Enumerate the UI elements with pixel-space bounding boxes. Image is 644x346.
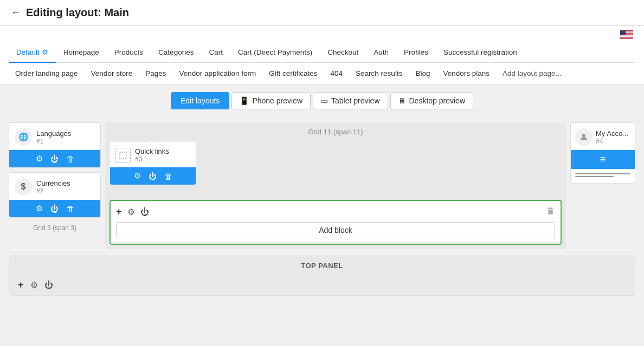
languages-block: 🌐 Languages #1 ⚙ ⏻ 🗑 xyxy=(9,122,101,168)
tab-order-landing[interactable]: Order landing page xyxy=(9,65,85,82)
add-block-delete-icon[interactable]: 🗑 xyxy=(546,206,555,216)
svg-rect-4 xyxy=(620,35,633,36)
currencies-actions: ⚙ ⏻ 🗑 xyxy=(9,200,100,217)
top-panel-toolbar: + ⚙ ⏻ xyxy=(9,275,635,295)
quick-links-actions: ⚙ ⏻ 🗑 xyxy=(110,167,196,185)
language-flag[interactable] xyxy=(620,30,633,41)
quick-links-settings-icon[interactable]: ⚙ xyxy=(134,171,141,181)
tab-profiles[interactable]: Profiles xyxy=(396,43,436,63)
svg-rect-5 xyxy=(620,36,633,37)
add-block-toolbar: + ⚙ ⏻ 🗑 xyxy=(116,206,555,218)
tab-cart-direct[interactable]: Cart (Direct Payments) xyxy=(230,43,320,63)
languages-trash-icon[interactable]: 🗑 xyxy=(66,154,74,164)
svg-rect-6 xyxy=(620,38,633,38)
tabs-row-2: Order landing page Vendor store Pages Ve… xyxy=(9,63,635,84)
settings-icon: ⚙ xyxy=(42,48,48,56)
add-block-area: + ⚙ ⏻ 🗑 Add block xyxy=(110,200,562,245)
my-account-lines-icon[interactable]: ≡ xyxy=(600,154,606,165)
us-flag-icon xyxy=(620,30,633,39)
tabs-row-1: Default ⚙ Homepage Products Categories C… xyxy=(9,43,635,63)
my-account-line-1 xyxy=(575,173,630,174)
languages-icon: 🌐 xyxy=(15,128,32,146)
my-account-header: My Acco... #4 xyxy=(571,123,635,150)
main-content: 🌐 Languages #1 ⚙ ⏻ 🗑 $ Currencie xyxy=(0,117,644,323)
top-panel-label: TOP PANEL xyxy=(9,256,635,275)
currencies-power-icon[interactable]: ⏻ xyxy=(50,204,59,213)
right-column: My Acco... #4 ≡ xyxy=(570,122,635,184)
top-panel-power-icon[interactable]: ⏻ xyxy=(44,280,53,290)
quick-links-block: Quick links #3 ⚙ ⏻ 🗑 xyxy=(110,141,196,185)
grid11-label: Grid 11 (span 11) xyxy=(105,122,566,141)
tablet-icon: ▭ xyxy=(321,96,328,105)
add-block-power-icon[interactable]: ⏻ xyxy=(140,207,149,217)
person-icon xyxy=(579,133,588,141)
currencies-block-header: $ Currencies #2 xyxy=(9,173,100,200)
quick-links-subtitle: #3 xyxy=(135,155,169,163)
desktop-icon: 🖥 xyxy=(398,96,406,105)
phone-preview-button[interactable]: 📱 Phone preview xyxy=(231,92,311,109)
quick-links-dashed-icon xyxy=(115,148,131,163)
tab-404[interactable]: 404 xyxy=(324,65,350,82)
languages-block-header: 🌐 Languages #1 xyxy=(9,123,100,150)
tab-products[interactable]: Products xyxy=(107,43,151,63)
tab-default[interactable]: Default ⚙ xyxy=(9,43,56,63)
currencies-settings-icon[interactable]: ⚙ xyxy=(36,204,43,213)
my-account-lines xyxy=(571,169,635,183)
phone-icon: 📱 xyxy=(240,96,249,105)
quick-links-trash-icon[interactable]: 🗑 xyxy=(164,172,172,181)
languages-power-icon[interactable]: ⏻ xyxy=(50,154,59,164)
languages-settings-icon[interactable]: ⚙ xyxy=(36,154,43,164)
currencies-title: Currencies xyxy=(36,179,70,187)
my-account-block: My Acco... #4 ≡ xyxy=(570,122,635,184)
languages-actions: ⚙ ⏻ 🗑 xyxy=(9,150,100,167)
grid11-inner: Quick links #3 ⚙ ⏻ 🗑 + xyxy=(105,141,566,245)
view-toolbar: Edit layouts 📱 Phone preview ▭ Tablet pr… xyxy=(0,84,644,117)
tab-homepage[interactable]: Homepage xyxy=(56,43,107,63)
top-panel-settings-icon[interactable]: ⚙ xyxy=(30,280,38,290)
tab-vendor-form[interactable]: Vendor application form xyxy=(172,65,262,82)
tab-search-results[interactable]: Search results xyxy=(349,65,409,82)
desktop-preview-button[interactable]: 🖥 Desktop preview xyxy=(390,92,474,109)
add-block-settings-icon[interactable]: ⚙ xyxy=(127,207,135,217)
add-block-button[interactable]: Add block xyxy=(116,222,555,238)
tablet-preview-button[interactable]: ▭ Tablet preview xyxy=(313,92,388,109)
tab-successful-reg[interactable]: Successful registration xyxy=(436,43,525,63)
flag-area xyxy=(0,26,644,43)
languages-subtitle: #1 xyxy=(36,138,71,145)
tab-checkout[interactable]: Checkout xyxy=(320,43,366,63)
page-title: Editing layout: Main xyxy=(26,6,129,19)
top-bar: ← Editing layout: Main xyxy=(0,0,644,26)
add-layout-page-button[interactable]: Add layout page... xyxy=(496,65,568,82)
quick-links-header: Quick links #3 xyxy=(110,142,196,167)
tab-gift-certs[interactable]: Gift certificates xyxy=(262,65,324,82)
currencies-subtitle: #2 xyxy=(36,187,70,195)
my-account-line-2 xyxy=(575,176,614,177)
currencies-trash-icon[interactable]: 🗑 xyxy=(66,204,74,213)
quick-links-title: Quick links xyxy=(135,147,169,155)
languages-title: Languages xyxy=(36,129,71,138)
tabs-container: Default ⚙ Homepage Products Categories C… xyxy=(0,43,644,84)
layout-row: 🌐 Languages #1 ⚙ ⏻ 🗑 $ Currencie xyxy=(9,122,635,249)
svg-rect-7 xyxy=(620,30,626,35)
tab-categories[interactable]: Categories xyxy=(151,43,201,63)
tab-blog[interactable]: Blog xyxy=(409,65,436,82)
tab-auth[interactable]: Auth xyxy=(366,43,396,63)
currencies-block: $ Currencies #2 ⚙ ⏻ 🗑 xyxy=(9,172,101,218)
tab-cart[interactable]: Cart xyxy=(201,43,230,63)
tab-vendors-plans[interactable]: Vendors plans xyxy=(436,65,496,82)
tab-vendor-store[interactable]: Vendor store xyxy=(85,65,139,82)
svg-rect-8 xyxy=(120,152,126,159)
add-block-plus-icon[interactable]: + xyxy=(116,206,122,218)
grid11-column: Grid 11 (span 11) Quick links xyxy=(105,122,566,249)
quick-links-power-icon[interactable]: ⏻ xyxy=(149,172,157,181)
back-button[interactable]: ← xyxy=(11,7,21,18)
tab-pages[interactable]: Pages xyxy=(139,65,172,82)
grid3-column: 🌐 Languages #1 ⚙ ⏻ 🗑 $ Currencie xyxy=(9,122,101,232)
top-panel-section: TOP PANEL + ⚙ ⏻ xyxy=(9,256,635,296)
grid3-label: Grid 3 (span 3) xyxy=(9,222,101,232)
my-account-title: My Acco... xyxy=(596,129,628,138)
edit-layouts-button[interactable]: Edit layouts xyxy=(171,92,229,109)
top-panel-plus-icon[interactable]: + xyxy=(18,279,24,291)
currencies-icon: $ xyxy=(15,178,32,195)
dashed-square-icon xyxy=(119,152,127,159)
